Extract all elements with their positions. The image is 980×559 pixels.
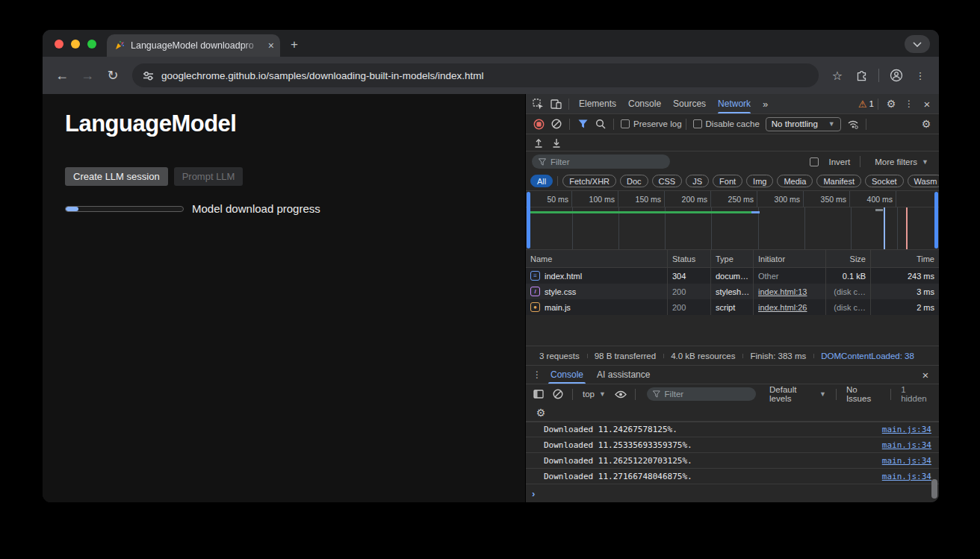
new-tab-button[interactable]: + <box>280 37 298 57</box>
chip-js[interactable]: JS <box>686 175 709 187</box>
tab-search-button[interactable] <box>905 35 930 53</box>
chip-img[interactable]: Img <box>746 175 773 187</box>
more-filters-button[interactable]: More filters▼ <box>870 157 933 166</box>
console-message[interactable]: Downloaded 11.27166748046875%. main.js:3… <box>526 469 939 484</box>
source-link[interactable]: main.js:34 <box>882 440 931 450</box>
live-expression-eye-icon[interactable] <box>612 386 630 402</box>
column-type[interactable]: Type <box>710 250 753 267</box>
no-issues-label[interactable]: No Issues <box>842 385 885 403</box>
device-toolbar-icon[interactable] <box>547 96 565 112</box>
invert-checkbox[interactable] <box>810 157 819 166</box>
tab-network[interactable]: Network <box>712 94 757 113</box>
table-row[interactable]: /style.css 200 stylesh… index.html:13 (d… <box>526 284 939 299</box>
chevron-down-icon: ▼ <box>819 390 826 398</box>
console-filter-input[interactable] <box>665 390 750 399</box>
hidden-messages-label[interactable]: 1 hidden <box>896 385 935 403</box>
chip-css[interactable]: CSS <box>652 175 683 187</box>
source-link[interactable]: main.js:34 <box>882 425 931 434</box>
network-search-icon[interactable] <box>592 116 610 132</box>
bookmark-star-icon[interactable]: ☆ <box>828 66 847 85</box>
column-time[interactable]: Time <box>870 250 939 267</box>
more-tabs-icon[interactable]: » <box>757 94 774 113</box>
network-settings-icon[interactable]: ⚙ <box>917 116 935 132</box>
devtools-panel: Elements Console Sources Network » ⚠1 ⚙ … <box>525 94 939 502</box>
network-overview-timeline[interactable]: 50 ms 100 ms 150 ms 200 ms 250 ms 300 ms… <box>526 191 939 250</box>
console-context-select[interactable]: top▼ <box>578 390 610 399</box>
log-levels-select[interactable]: Default levels▼ <box>765 385 831 403</box>
chip-wasm[interactable]: Wasm <box>908 175 939 187</box>
browser-tab[interactable]: LanguageModel downloadpro × <box>107 34 280 57</box>
site-info-icon[interactable] <box>143 70 154 81</box>
console-message[interactable]: Downloaded 11.24267578125%. main.js:34 <box>526 422 939 437</box>
dom-content-loaded-marker <box>884 207 885 249</box>
close-window-button[interactable] <box>55 40 63 49</box>
forward-button[interactable]: → <box>77 65 98 86</box>
script-icon: ● <box>530 302 540 312</box>
tab-sources[interactable]: Sources <box>667 94 712 113</box>
network-filter-input[interactable] <box>551 157 663 166</box>
column-size[interactable]: Size <box>825 250 870 267</box>
console-prompt[interactable]: › <box>526 484 939 502</box>
initiator-link[interactable]: index.html:13 <box>758 287 807 296</box>
tick-400ms: 400 ms <box>850 191 896 207</box>
console-settings-icon[interactable]: ⚙ <box>532 405 550 421</box>
clear-console-icon[interactable] <box>549 386 567 402</box>
preserve-log-checkbox[interactable] <box>621 119 630 128</box>
drawer-close-icon[interactable]: × <box>917 366 934 383</box>
tab-close-icon[interactable]: × <box>268 40 274 51</box>
chip-doc[interactable]: Doc <box>620 175 648 187</box>
drawer-tab-console[interactable]: Console <box>544 366 590 384</box>
initiator-link[interactable]: index.html:26 <box>758 303 807 312</box>
console-scrollbar[interactable] <box>931 479 937 499</box>
throttling-select[interactable]: No throttling▼ <box>766 117 841 131</box>
disable-cache-checkbox[interactable] <box>693 119 702 128</box>
stylesheet-icon: / <box>530 287 540 296</box>
source-link[interactable]: main.js:34 <box>882 456 931 466</box>
chip-fetch-xhr[interactable]: Fetch/XHR <box>562 175 616 187</box>
chip-all[interactable]: All <box>530 175 553 187</box>
export-har-icon[interactable] <box>548 134 565 151</box>
clear-network-log-icon[interactable] <box>548 116 565 132</box>
overview-right-handle[interactable] <box>934 192 938 249</box>
record-network-log-icon[interactable] <box>530 116 548 132</box>
chip-socket[interactable]: Socket <box>865 175 904 187</box>
devtools-settings-icon[interactable]: ⚙ <box>882 96 900 112</box>
import-har-icon[interactable] <box>530 134 548 151</box>
prompt-llm-button[interactable]: Prompt LLM <box>174 167 244 186</box>
drawer-menu-icon[interactable]: ⋮ <box>530 366 544 383</box>
disable-cache-label: Disable cache <box>706 119 760 128</box>
table-row[interactable]: ●main.js 200 script index.html:26 (disk … <box>526 299 939 315</box>
tab-elements[interactable]: Elements <box>573 94 622 113</box>
drawer-tab-ai-assistance[interactable]: AI assistance <box>590 366 657 384</box>
column-name[interactable]: Name <box>526 250 667 267</box>
console-sidebar-icon[interactable] <box>530 386 548 402</box>
column-initiator[interactable]: Initiator <box>753 250 825 267</box>
chip-manifest[interactable]: Manifest <box>816 175 861 187</box>
browser-menu-icon[interactable]: ⋮ <box>911 66 930 85</box>
chip-media[interactable]: Media <box>777 175 813 187</box>
source-link[interactable]: main.js:34 <box>882 472 931 481</box>
issues-badge[interactable]: ⚠1 <box>858 99 874 110</box>
console-message[interactable]: Downloaded 11.25335693359375%. main.js:3… <box>526 437 939 453</box>
address-bar[interactable]: googlechrome.github.io/samples/downloadi… <box>132 63 819 87</box>
column-status[interactable]: Status <box>667 250 710 267</box>
preserve-log-label: Preserve log <box>633 119 682 128</box>
extensions-icon[interactable] <box>852 66 871 85</box>
inspect-element-icon[interactable] <box>529 96 547 112</box>
filter-toggle-icon[interactable] <box>574 116 592 132</box>
profile-icon[interactable] <box>887 66 906 85</box>
devtools-close-icon[interactable]: × <box>918 96 936 112</box>
devtools-menu-icon[interactable]: ⋮ <box>900 96 918 112</box>
reload-button[interactable]: ↻ <box>102 65 123 86</box>
minimize-window-button[interactable] <box>71 40 80 49</box>
console-message[interactable]: Downloaded 11.26251220703125%. main.js:3… <box>526 453 939 469</box>
create-llm-session-button[interactable]: Create LLM session <box>65 167 168 186</box>
table-row[interactable]: ≡index.html 304 docum… Other 0.1 kB 243 … <box>526 268 939 284</box>
console-filter-wrap <box>647 387 756 401</box>
maximize-window-button[interactable] <box>87 40 96 49</box>
network-conditions-icon[interactable] <box>844 116 862 132</box>
back-button[interactable]: ← <box>52 65 72 86</box>
tab-console[interactable]: Console <box>622 94 667 113</box>
chip-font[interactable]: Font <box>713 175 742 187</box>
overview-left-handle[interactable] <box>527 192 530 249</box>
